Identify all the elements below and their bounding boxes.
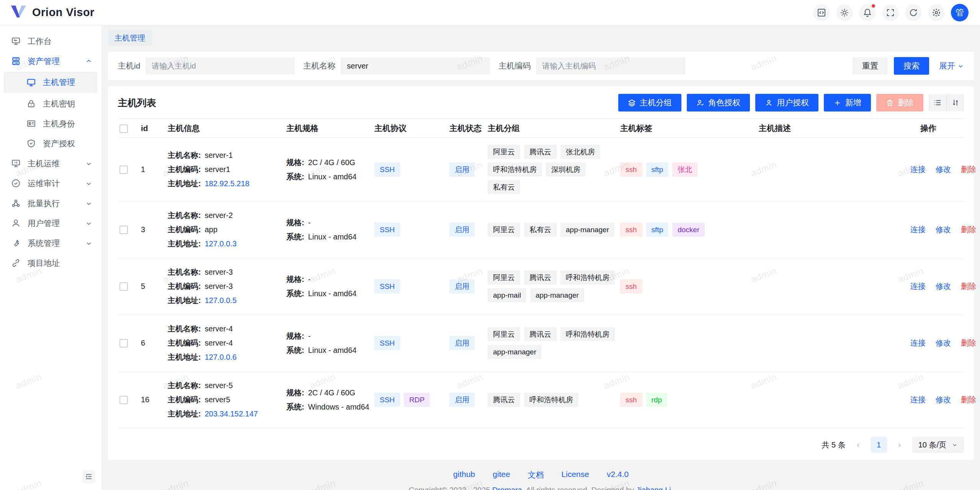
sidebar-item-user-manage[interactable]: 用户管理 [4,214,98,233]
row-checkbox[interactable] [119,166,128,174]
reset-button[interactable]: 重置 [853,57,888,75]
role-grant-button[interactable]: 角色授权 [687,94,750,111]
delete-link[interactable]: 删除 [961,282,976,290]
author-link[interactable]: Jiahang Li. [636,486,673,490]
footer-link-gitee[interactable]: gitee [493,470,510,480]
prev-page-icon[interactable]: ‹ [852,439,865,450]
sidebar-item-host-manage[interactable]: 主机管理 [4,72,98,93]
group-tag: 呼和浩特机房 [524,393,578,407]
header-actions: 管 [813,4,969,21]
host-code-input[interactable] [536,57,685,75]
host-address-link[interactable]: 203.34.152.147 [205,410,258,418]
edit-link[interactable]: 修改 [936,339,951,347]
host-system: Linux - amd64 [308,346,357,354]
row-checkbox[interactable] [119,339,128,347]
host-address-link[interactable]: 127.0.0.3 [205,239,237,248]
connect-link[interactable]: 连接 [910,395,926,404]
page-number[interactable]: 1 [871,437,887,453]
delete-button[interactable]: 删除 [876,94,923,111]
host-name-input[interactable] [341,57,490,75]
connect-link[interactable]: 连接 [910,339,926,347]
sidebar-item-host-key[interactable]: 主机密钥 [4,94,98,113]
footer-link-license[interactable]: License [562,470,589,480]
host-name: server-4 [205,324,233,333]
host-system: Linux - amd64 [308,289,357,298]
fullscreen-icon[interactable] [882,4,899,21]
edit-link[interactable]: 修改 [936,282,951,290]
host-spec-cell: 规格:2C / 4G / 60G 系统:Windows - amd64 [285,372,373,428]
col-host-protocol: 主机协议 [373,119,448,138]
select-all-checkbox[interactable] [119,125,128,133]
dromara-link[interactable]: Dromara [492,486,522,490]
group-tag: app-manager [488,345,542,359]
next-page-icon[interactable]: › [893,439,906,450]
user-avatar[interactable]: 管 [951,4,969,21]
code-icon[interactable] [813,4,830,21]
row-checkbox[interactable] [119,226,128,234]
settings-gear-icon[interactable] [928,4,945,21]
delete-link[interactable]: 删除 [961,165,976,174]
user-grant-button[interactable]: 用户授权 [755,94,818,111]
footer-link-version[interactable]: v2.4.0 [607,470,629,480]
sidebar-collapse-icon[interactable] [82,470,95,483]
col-host-spec: 主机规格 [285,119,373,138]
delete-link[interactable]: 删除 [961,339,976,347]
page-size-select[interactable]: 10 条/页 [912,437,964,453]
expand-button[interactable]: 展开 [939,61,964,71]
host-group-button[interactable]: 主机分组 [618,94,681,111]
sidebar-item-system-manage[interactable]: 系统管理 [4,234,98,252]
host-address-link[interactable]: 127.0.0.5 [205,296,237,305]
row-checkbox[interactable] [119,282,128,291]
sort-icon[interactable] [946,94,964,111]
edit-link[interactable]: 修改 [936,165,951,174]
connect-link[interactable]: 连接 [910,225,926,234]
row-actions: 连接修改删除更多 [899,138,964,202]
cluster-icon [11,198,21,208]
host-spec-cell: 规格:2C / 4G / 60G 系统:Linux - amd64 [285,138,373,202]
connect-link[interactable]: 连接 [910,282,926,290]
host-desc-cell [757,138,899,202]
host-group-cell: 阿里云腾讯云呼和浩特机房app-mailapp-manager [486,258,619,315]
asset-icon [11,56,21,66]
host-address-link[interactable]: 182.92.5.218 [205,179,250,188]
host-monitor-icon [26,78,36,87]
sidebar-item-batch-exec[interactable]: 批量执行 [4,194,98,213]
sidebar-item-ops-audit[interactable]: 运维审计 [4,174,98,193]
sidebar-item-workbench[interactable]: 工作台 [4,32,98,51]
footer-link-docs[interactable]: 文档 [528,470,544,480]
connect-link[interactable]: 连接 [910,165,926,174]
search-button[interactable]: 搜索 [894,57,929,75]
sidebar-item-host-ops[interactable]: 主机运维 [4,154,98,173]
group-tag: 私有云 [488,180,520,194]
host-address-link[interactable]: 127.0.0.6 [205,353,237,361]
sidebar-item-asset-grant[interactable]: 资产授权 [4,134,98,153]
delete-link[interactable]: 删除 [961,225,976,234]
tab-host-manage[interactable]: 主机管理 [108,30,152,46]
sidebar-item-host-identity[interactable]: 主机身份 [4,114,98,133]
edit-link[interactable]: 修改 [936,225,951,234]
host-status-cell: 启用 [448,138,486,202]
column-settings-icon[interactable] [929,94,946,111]
theme-icon[interactable] [836,4,853,21]
add-button[interactable]: 新增 [824,94,871,111]
host-code: server-3 [205,282,233,290]
host-tag: ssh [620,223,642,237]
refresh-icon[interactable] [905,4,922,21]
host-id: 3 [139,202,166,258]
notification-bell-icon[interactable] [859,4,876,21]
edit-link[interactable]: 修改 [936,395,951,404]
sidebar-item-asset-manage[interactable]: 资产管理 [4,52,98,70]
host-group-cell: 阿里云腾讯云呼和浩特机房app-manager [486,315,619,372]
host-spec-cell: 规格:- 系统:Linux - amd64 [285,202,373,258]
host-id-input[interactable] [145,57,295,75]
shield-check-icon [26,139,36,148]
audit-shield-icon [11,179,21,188]
footer-link-github[interactable]: github [453,470,475,480]
host-list-panel: 主机列表 主机分组 角色授权 [108,86,974,460]
delete-link[interactable]: 删除 [961,395,976,404]
chevron-down-icon [85,200,92,207]
pagination-total: 共 5 条 [822,440,845,450]
row-checkbox[interactable] [119,396,128,404]
search-panel: 主机id 主机名称 主机编码 重置 搜索 [108,52,974,80]
sidebar-item-project-url[interactable]: 项目地址 [4,254,98,272]
